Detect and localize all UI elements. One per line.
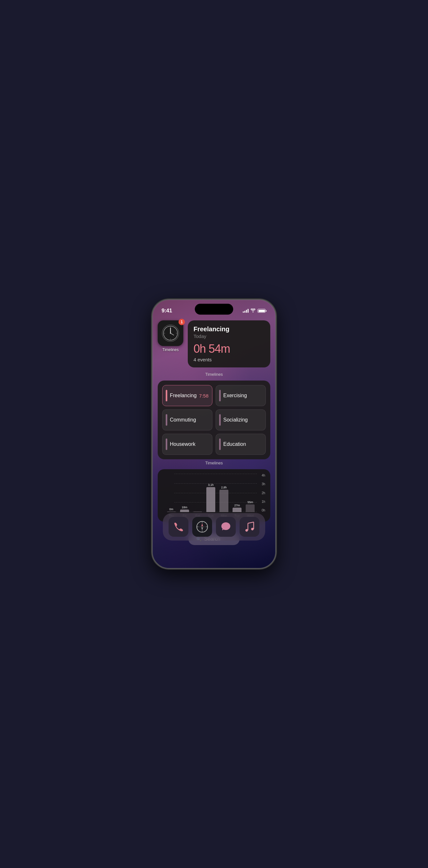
- activity-label-education: Education: [223, 441, 246, 447]
- y-label-1h: 1h: [262, 500, 265, 503]
- dock-music-icon[interactable]: [239, 517, 259, 537]
- activity-btn-exercising[interactable]: Exercising: [216, 385, 266, 406]
- chart-bars-area: 0m 18m: [165, 474, 257, 512]
- bar-mon-rect: [220, 490, 228, 512]
- chart-y-labels: 4h 3h 2h 1h 0h: [262, 474, 265, 512]
- activity-btn-education[interactable]: Education: [216, 434, 266, 455]
- activity-label-commuting: Commuting: [170, 417, 196, 423]
- activity-grid: Freelancing 7:58 Exercising Commuting: [162, 385, 266, 455]
- signal-icon: [243, 309, 249, 313]
- top-row: 1 Timelines Freelancing Today 0h 54m 4 e…: [158, 320, 270, 367]
- bar-thu: 0m: [165, 507, 178, 512]
- bar-thu-rect: [167, 512, 176, 512]
- activity-indicator-socializing: [219, 414, 221, 426]
- app-icon-label: Timelines: [163, 348, 179, 352]
- bar-value-fri: 18m: [182, 506, 188, 509]
- activity-label-exercising: Exercising: [223, 393, 247, 399]
- svg-line-22: [248, 522, 254, 523]
- activity-indicator-exercising: [219, 390, 221, 401]
- widget-subtitle: Today: [194, 334, 265, 339]
- dock-phone-icon[interactable]: [169, 517, 189, 537]
- bar-sun-rect: [206, 487, 215, 512]
- y-label-0h: 0h: [262, 508, 265, 512]
- activity-indicator: [166, 390, 167, 401]
- battery-icon: [258, 309, 266, 313]
- activity-indicator-commuting: [166, 414, 167, 426]
- bar-value-wed: 55m: [248, 501, 253, 504]
- activity-btn-freelancing[interactable]: Freelancing 7:58: [162, 385, 212, 406]
- activity-label-housework: Housework: [170, 441, 195, 447]
- activity-grid-widget: Freelancing 7:58 Exercising Commuting: [158, 380, 270, 459]
- widget-time: 0h 54m: [194, 342, 265, 355]
- bar-tue-rect: [233, 507, 241, 512]
- activity-btn-socializing[interactable]: Socializing: [216, 409, 266, 431]
- dock-messages-icon[interactable]: [216, 517, 236, 537]
- activity-timer-freelancing: 7:58: [199, 393, 208, 399]
- app-icon-container: 1 Timelines: [158, 320, 183, 352]
- bar-value-mon: 2,8h: [221, 486, 227, 489]
- activity-indicator-housework: [166, 438, 167, 450]
- dynamic-island: [195, 304, 233, 315]
- dock-safari-icon[interactable]: [192, 517, 212, 537]
- widget-events: 4 events: [194, 357, 265, 362]
- bar-sun: 3,1h: [204, 483, 217, 512]
- bar-sat-rect: [193, 512, 202, 512]
- y-label-2h: 2h: [262, 491, 265, 495]
- timelines-app-icon[interactable]: 1: [158, 320, 183, 346]
- bar-value-tue: 27m: [234, 504, 240, 507]
- freelancing-widget-label: Timelines: [158, 372, 270, 377]
- chart-area: 4h 3h 2h 1h 0h 0m: [162, 474, 266, 519]
- bar-fri: 18m: [178, 506, 191, 512]
- y-label-4h: 4h: [262, 474, 265, 477]
- bar-wed: 55m: [244, 501, 257, 512]
- activity-grid-label: Timelines: [158, 461, 270, 465]
- bar-sat: [191, 511, 204, 512]
- bar-wed-rect: [246, 504, 255, 512]
- activity-label-socializing: Socializing: [223, 417, 248, 423]
- bar-value-sun: 3,1h: [208, 483, 214, 487]
- bar-tue: 27m: [231, 504, 244, 512]
- svg-line-3: [170, 333, 174, 335]
- freelancing-widget[interactable]: Freelancing Today 0h 54m 4 events: [188, 320, 270, 367]
- wifi-icon: [251, 309, 256, 313]
- y-label-3h: 3h: [262, 482, 265, 486]
- activity-indicator-education: [219, 438, 221, 450]
- bar-fri-rect: [180, 509, 189, 512]
- activity-label-freelancing: Freelancing: [170, 393, 197, 399]
- status-time: 9:41: [162, 308, 172, 314]
- bar-value-thu: 0m: [169, 507, 173, 511]
- widget-title: Freelancing: [194, 326, 265, 333]
- status-icons: [243, 309, 266, 313]
- activity-btn-commuting[interactable]: Commuting: [162, 409, 212, 431]
- activity-btn-housework[interactable]: Housework: [162, 434, 212, 455]
- bar-mon: 2,8h: [218, 486, 231, 512]
- app-badge: 1: [178, 319, 185, 325]
- dock: [163, 513, 265, 540]
